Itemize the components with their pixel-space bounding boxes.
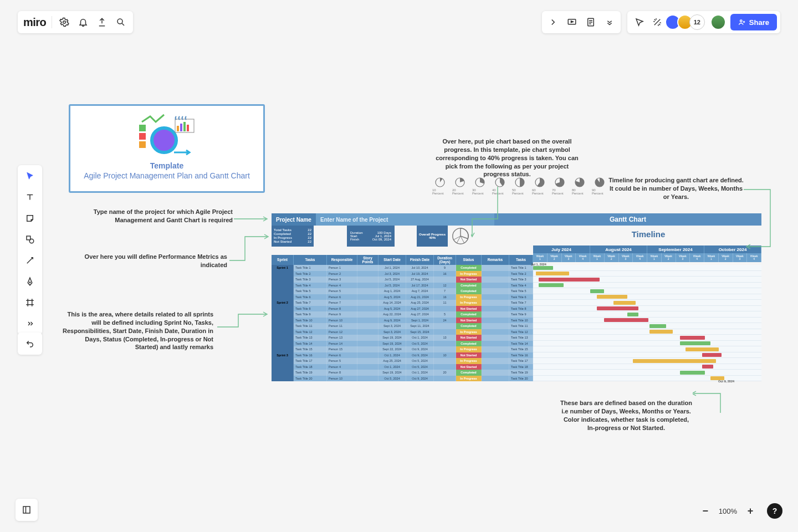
open-panel-button[interactable] [16,499,38,521]
avatar[interactable] [710,14,726,30]
select-tool[interactable] [23,170,37,183]
pie-option[interactable]: 10 Percent [432,177,448,195]
cell: Task Title 1 [509,265,533,271]
gantt-bar[interactable] [633,359,716,363]
avatar-stack[interactable]: 12 [668,14,726,30]
bar-track [533,277,761,283]
svg-point-1 [117,19,122,24]
canvas[interactable]: miro 12 Share [0,0,798,532]
gantt-bar[interactable] [590,289,604,293]
gantt-bar[interactable] [539,278,600,282]
cell: Task Title 9 [509,311,533,318]
pen-tool[interactable] [23,275,37,288]
gantt-bar[interactable] [604,318,648,322]
gantt-bar[interactable] [597,306,638,310]
gantt-bar[interactable] [702,365,713,369]
cell: Person 2 [327,271,357,277]
week-header: Week1Week2Week3Week4Week1Week2Week3Week4… [533,253,761,262]
gantt-bar[interactable] [702,353,722,357]
collapse-icon[interactable] [603,16,616,29]
week-cell: Week1 [704,253,719,262]
cell: Task Title 13 [509,335,533,341]
cell [357,329,378,335]
more-tools[interactable] [23,317,37,330]
pie-option[interactable]: 90 Percent [592,177,607,195]
pie-option[interactable]: 80 Percent [572,177,587,195]
help-button[interactable]: ? [767,503,782,519]
zoom-out-button[interactable]: − [698,503,713,519]
cell [272,271,294,277]
svg-rect-10 [139,141,146,148]
pie-option[interactable]: 60 Percent [532,177,548,195]
search-icon[interactable] [114,16,127,29]
cell: Oct 1, 2024 [378,364,406,370]
gantt-bar[interactable] [539,283,564,287]
project-name-input[interactable]: Enter Name of the Project [316,213,494,226]
line-tool[interactable] [23,254,37,267]
cell [357,311,378,318]
text-tool[interactable] [23,191,37,204]
reactions-icon[interactable] [651,16,664,29]
shapes-tool[interactable] [23,233,37,246]
template-card[interactable]: Template Agile Project Management Plan a… [69,104,265,193]
cell: Jul 5, 2024 [378,283,406,289]
cell: In Progress [456,358,482,364]
cell: Task Title 12 [294,329,327,335]
gantt-bar[interactable] [533,266,553,270]
gantt-bar[interactable] [613,301,636,305]
cursor-collab-icon[interactable] [633,16,646,29]
bar-track [533,329,761,335]
gantt-bar[interactable] [680,371,705,375]
month-cell: September 2024 [647,245,704,253]
cell [482,318,509,324]
cell: In Progress [456,346,482,352]
cell [272,364,294,370]
cell: Person 13 [327,335,357,341]
bell-icon[interactable] [76,16,90,29]
cell: Person 4 [327,364,357,370]
export-icon[interactable] [95,16,109,29]
present-icon[interactable] [565,16,579,29]
metric-label: Completed [274,232,291,236]
bar-track [533,358,761,364]
pie-option[interactable]: 20 Percent [452,177,468,195]
gantt-bar[interactable] [536,272,569,275]
notes-icon[interactable] [584,16,597,29]
avatar-overflow-count[interactable]: 12 [689,14,705,30]
gantt-bar[interactable] [627,313,638,316]
gantt-bar[interactable] [680,336,705,340]
cell: Sprint 2 [272,300,294,306]
cell [482,300,509,306]
annotation-sprints: This is the area, where details related … [61,310,213,351]
zoom-in-button[interactable]: + [743,503,758,519]
settings-icon[interactable] [58,16,71,29]
cell: 24 [434,318,456,324]
chevron-right-icon[interactable] [546,16,560,29]
cell [272,329,294,335]
cell: Sept 3, 2024 [378,329,406,335]
gantt-bar[interactable] [680,341,710,345]
cell: Not Started [456,306,482,312]
gantt-bar[interactable] [649,324,666,328]
share-button[interactable]: Share [730,14,777,30]
cell: Oct 1, 2024 [406,335,434,341]
pie-options: 10 Percent20 Percent30 Percent40 Percent… [432,177,607,195]
cell [434,341,456,347]
cell: Completed [456,288,482,294]
undo-button[interactable] [18,332,42,355]
frame-tool[interactable] [23,296,37,309]
zoom-percent[interactable]: 100% [719,507,737,515]
gantt-bar[interactable] [686,347,719,351]
cell [482,335,509,341]
cell [482,265,509,271]
gantt-bar[interactable] [597,295,627,299]
cell [482,346,509,352]
pie-option[interactable]: 70 Percent [552,177,567,195]
logo[interactable]: miro [23,16,46,29]
week-cell: Week4 [576,253,590,262]
gantt-bar[interactable] [649,330,673,334]
cell: Task Title 4 [294,283,327,289]
annotation-pie: Over here, put pie chart based on the ov… [432,137,582,178]
pie-option[interactable]: 50 Percent [512,177,528,195]
sticky-note-tool[interactable] [23,212,37,225]
